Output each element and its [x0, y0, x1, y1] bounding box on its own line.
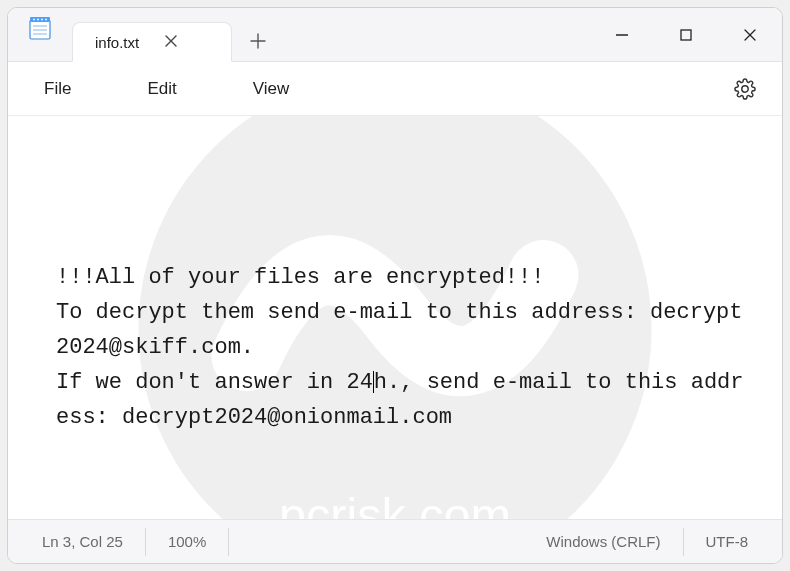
menu-file[interactable]: File: [30, 71, 85, 107]
menu-edit[interactable]: Edit: [133, 71, 190, 107]
text-line-3a: If we don't answer in 24: [56, 370, 373, 395]
window-controls: [590, 8, 782, 62]
status-cursor-position: Ln 3, Col 25: [20, 528, 146, 556]
svg-text:pcrisk.com: pcrisk.com: [279, 488, 511, 520]
text-editor-area[interactable]: pcrisk.com !!!All of your files are encr…: [8, 116, 782, 519]
settings-button[interactable]: [726, 70, 764, 108]
svg-rect-10: [681, 30, 691, 40]
close-tab-icon[interactable]: [159, 31, 183, 53]
menubar: File Edit View: [8, 62, 782, 116]
status-encoding: UTF-8: [684, 528, 771, 556]
document-text: !!!All of your files are encrypted!!! To…: [56, 260, 746, 436]
tab-active[interactable]: info.txt: [72, 22, 232, 62]
status-zoom[interactable]: 100%: [146, 528, 229, 556]
svg-point-2: [33, 18, 35, 20]
menu-view[interactable]: View: [239, 71, 304, 107]
maximize-button[interactable]: [654, 8, 718, 62]
new-tab-button[interactable]: [238, 21, 278, 61]
gear-icon: [734, 78, 756, 100]
status-line-endings: Windows (CRLF): [524, 528, 683, 556]
notepad-window: info.txt File Edit View: [7, 7, 783, 564]
text-line-2: To decrypt them send e-mail to this addr…: [56, 300, 743, 360]
notepad-app-icon: [26, 14, 54, 42]
svg-point-5: [45, 18, 47, 20]
close-window-button[interactable]: [718, 8, 782, 62]
statusbar: Ln 3, Col 25 100% Windows (CRLF) UTF-8: [8, 519, 782, 563]
svg-rect-1: [30, 17, 50, 22]
svg-point-3: [37, 18, 39, 20]
tab-title: info.txt: [95, 34, 139, 51]
svg-point-4: [41, 18, 43, 20]
text-line-1: !!!All of your files are encrypted!!!: [56, 265, 544, 290]
titlebar: info.txt: [8, 8, 782, 62]
minimize-button[interactable]: [590, 8, 654, 62]
